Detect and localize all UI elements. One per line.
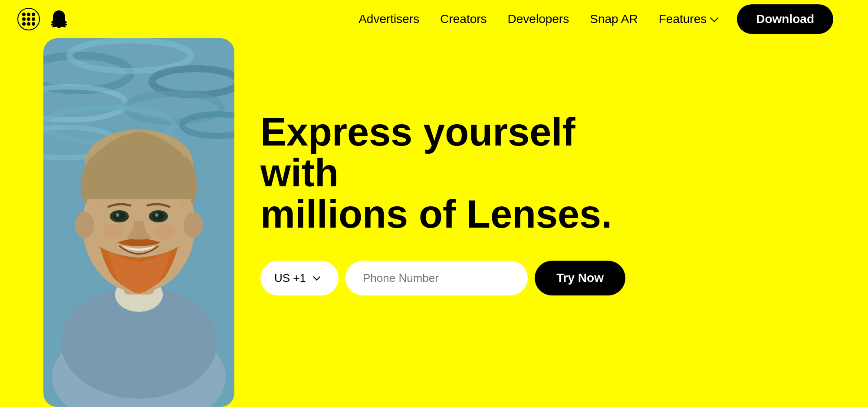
dot [22, 22, 26, 26]
dot [27, 22, 30, 26]
snapchat-logo-icon[interactable] [49, 9, 69, 30]
main-nav: Advertisers Creators Developers Snap AR … [358, 4, 833, 34]
download-button[interactable]: Download [737, 4, 833, 34]
svg-point-19 [116, 213, 119, 217]
svg-point-21 [152, 212, 164, 221]
dot [32, 13, 35, 16]
dot [22, 13, 26, 16]
dot [32, 17, 35, 21]
features-chevron-icon [710, 13, 719, 22]
svg-point-22 [155, 213, 158, 217]
grid-dots [22, 13, 35, 26]
country-code-label: US +1 [274, 271, 306, 285]
country-chevron-icon [313, 273, 320, 281]
main-header: Advertisers Creators Developers Snap AR … [0, 0, 868, 38]
nav-advertisers[interactable]: Advertisers [358, 12, 419, 26]
svg-point-15 [75, 212, 94, 238]
grid-menu-icon[interactable] [17, 8, 40, 30]
phone-number-input[interactable] [345, 261, 528, 295]
dot [32, 22, 35, 26]
svg-point-23 [102, 224, 124, 239]
van-gogh-portrait [43, 38, 234, 407]
svg-point-24 [154, 224, 176, 239]
hero-headline: Express yourself with millions of Lenses… [260, 112, 651, 235]
dot [27, 17, 30, 21]
hero-image [43, 38, 234, 407]
hero-content: Express yourself with millions of Lenses… [260, 112, 651, 296]
nav-creators[interactable]: Creators [440, 12, 487, 26]
svg-point-16 [184, 212, 203, 238]
phone-form: US +1 Try Now [260, 261, 651, 295]
try-now-button[interactable]: Try Now [535, 261, 625, 295]
nav-developers[interactable]: Developers [508, 12, 569, 26]
svg-point-18 [113, 212, 125, 221]
dot [22, 17, 26, 21]
nav-features[interactable]: Features [659, 12, 717, 26]
hero-section: Express yourself with millions of Lenses… [0, 0, 868, 407]
dot [27, 13, 30, 16]
country-code-selector[interactable]: US +1 [260, 261, 339, 295]
header-left [17, 8, 69, 30]
nav-snap-ar[interactable]: Snap AR [590, 12, 638, 26]
